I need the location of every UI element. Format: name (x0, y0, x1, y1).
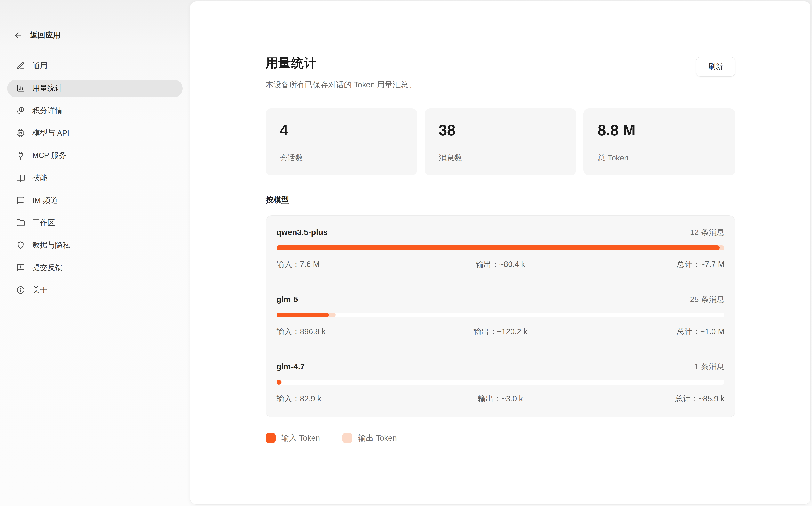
model-total-tokens: 总计：~85.9 k (575, 393, 724, 404)
model-row: glm-5 25 条消息 输入：896.8 k 输出：~120.2 k 总计：~… (266, 283, 735, 350)
page-title: 用量统计 (266, 55, 416, 72)
token-usage-bar (277, 313, 725, 317)
sidebar-item-label: 提交反馈 (32, 263, 63, 273)
sidebar-item-plug[interactable]: MCP 服务 (7, 147, 182, 165)
legend-label: 输出 Token (358, 433, 397, 443)
legend-swatch (343, 433, 353, 443)
cpu-icon (16, 129, 25, 138)
sidebar-item-label: MCP 服务 (32, 151, 66, 161)
sidebar-item-label: 积分详情 (32, 106, 63, 116)
legend-swatch (266, 433, 276, 443)
sidebar-item-label: 用量统计 (32, 83, 63, 93)
bar-chart-icon (16, 84, 25, 93)
book-open-icon (16, 174, 25, 182)
stat-value: 8.8 M (598, 121, 721, 139)
sidebar-item-cpu[interactable]: 模型与 API (7, 124, 182, 142)
pencil-icon (16, 62, 25, 70)
sidebar-item-book-open[interactable]: 技能 (7, 169, 182, 187)
model-input-tokens: 输入：7.6 M (277, 259, 426, 270)
page-header-text: 用量统计 本设备所有已保存对话的 Token 用量汇总。 (266, 55, 416, 90)
legend-label: 输入 Token (281, 433, 320, 443)
sidebar-item-label: 数据与隐私 (32, 240, 70, 250)
token-usage-bar (277, 246, 725, 250)
token-usage-bar (277, 380, 725, 385)
stat-value: 4 (280, 121, 403, 139)
model-name: glm-4.7 (277, 362, 305, 371)
settings-sidebar: 返回应用 通用 用量统计 积分详情 模型与 API MCP 服务 技能 IM 频… (0, 0, 190, 506)
legend-item: 输入 Token (266, 433, 320, 443)
sidebar-item-chat-bubble[interactable]: IM 频道 (7, 191, 182, 209)
stat-label: 消息数 (439, 153, 562, 163)
token-legend: 输入 Token 输出 Token (266, 433, 735, 443)
sidebar-item-label: 通用 (32, 61, 48, 71)
input-token-bar (277, 380, 281, 385)
input-token-bar (277, 313, 329, 317)
main-panel: 用量统计 本设备所有已保存对话的 Token 用量汇总。 刷新 4 会话数 38… (190, 1, 811, 505)
sidebar-item-label: IM 频道 (32, 195, 58, 205)
stat-value: 38 (439, 121, 562, 139)
model-output-tokens: 输出：~120.2 k (426, 326, 575, 337)
model-input-tokens: 输入：896.8 k (277, 326, 426, 337)
sidebar-item-label: 工作区 (32, 218, 55, 228)
model-message-count: 1 条消息 (694, 361, 724, 372)
stat-card: 4 会话数 (266, 108, 417, 175)
sidebar-item-bar-chart[interactable]: 用量统计 (7, 80, 182, 97)
refresh-button[interactable]: 刷新 (696, 57, 735, 77)
model-message-count: 12 条消息 (690, 227, 724, 238)
legend-item: 输出 Token (343, 433, 397, 443)
page-subtitle: 本设备所有已保存对话的 Token 用量汇总。 (266, 79, 416, 90)
sidebar-item-label: 技能 (32, 173, 48, 183)
stat-card: 8.8 M 总 Token (584, 108, 735, 175)
input-token-bar (277, 246, 720, 250)
stat-label: 总 Token (598, 153, 721, 163)
model-total-tokens: 总计：~1.0 M (575, 326, 724, 337)
arrow-left-icon (14, 31, 22, 39)
chat-bubble-icon (16, 196, 25, 205)
model-message-count: 25 条消息 (690, 294, 724, 305)
shield-icon (16, 241, 25, 250)
sidebar-item-folder[interactable]: 工作区 (7, 214, 182, 232)
sidebar-item-label: 模型与 API (32, 128, 69, 138)
page-header: 用量统计 本设备所有已保存对话的 Token 用量汇总。 刷新 (266, 55, 735, 90)
by-model-heading: 按模型 (266, 194, 735, 205)
coins-icon (16, 106, 25, 115)
back-to-app-button[interactable]: 返回应用 (14, 30, 182, 40)
app-window: 返回应用 通用 用量统计 积分详情 模型与 API MCP 服务 技能 IM 频… (0, 0, 812, 506)
model-output-tokens: 输出：~3.0 k (426, 393, 575, 404)
model-total-tokens: 总计：~7.7 M (575, 259, 724, 270)
usage-content: 用量统计 本设备所有已保存对话的 Token 用量汇总。 刷新 4 会话数 38… (266, 1, 735, 443)
stats-cards: 4 会话数 38 消息数 8.8 M 总 Token (266, 108, 735, 175)
stat-card: 38 消息数 (425, 108, 576, 175)
model-usage-panel: qwen3.5-plus 12 条消息 输入：7.6 M 输出：~80.4 k … (266, 216, 735, 417)
model-output-tokens: 输出：~80.4 k (426, 259, 575, 270)
sidebar-item-label: 关于 (32, 285, 48, 295)
model-row: glm-4.7 1 条消息 输入：82.9 k 输出：~3.0 k 总计：~85… (266, 350, 735, 417)
model-row: qwen3.5-plus 12 条消息 输入：7.6 M 输出：~80.4 k … (266, 216, 735, 283)
model-name: glm-5 (277, 294, 298, 304)
sidebar-item-message-plus[interactable]: 提交反馈 (7, 259, 182, 276)
sidebar-nav: 通用 用量统计 积分详情 模型与 API MCP 服务 技能 IM 频道 工作区… (7, 57, 182, 299)
info-icon (16, 286, 25, 294)
sidebar-item-shield[interactable]: 数据与隐私 (7, 236, 182, 254)
stat-label: 会话数 (280, 153, 403, 163)
plug-icon (16, 151, 25, 160)
sidebar-item-pencil[interactable]: 通用 (7, 57, 182, 75)
model-name: qwen3.5-plus (277, 228, 328, 237)
sidebar-item-info[interactable]: 关于 (7, 281, 182, 299)
back-to-app-label: 返回应用 (30, 30, 61, 40)
sidebar-item-coins[interactable]: 积分详情 (7, 102, 182, 120)
model-input-tokens: 输入：82.9 k (277, 393, 426, 404)
folder-icon (16, 219, 25, 227)
message-plus-icon (16, 263, 25, 272)
